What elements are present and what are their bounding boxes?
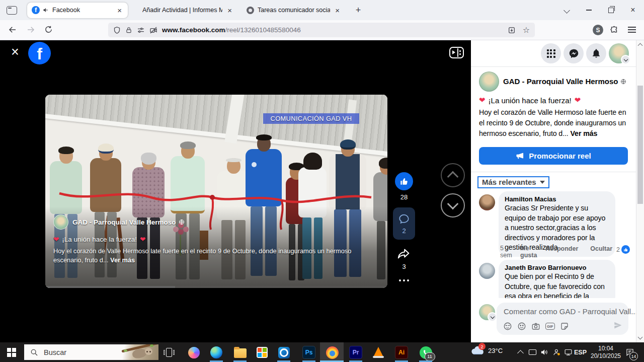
start-button[interactable] [7,348,16,357]
messenger-button[interactable] [564,43,584,63]
reel-video[interactable]: COMUNICACIÓN GAD VH GAD - Parroquial Val… [45,95,387,288]
outlook-button[interactable] [277,346,290,359]
comment-button[interactable]: 2 [393,207,415,240]
menu-hamburger-icon[interactable] [628,27,636,33]
whatsapp-button[interactable]: 11 [419,346,432,359]
sticker-icon[interactable] [560,322,569,331]
facebook-logo[interactable]: f [28,42,51,64]
firefox-button[interactable] [326,346,339,359]
file-explorer-button[interactable] [233,346,247,359]
tablet-mode-icon[interactable] [528,348,537,356]
page-avatar[interactable] [53,214,68,230]
shield-icon[interactable] [113,26,121,34]
reload-button[interactable] [44,25,53,34]
forward-button[interactable] [26,25,35,34]
page-name[interactable]: GAD - Parroquial Valle Hermoso [72,219,185,226]
lock-icon[interactable] [125,26,132,34]
scrollbar-thumb[interactable] [637,86,643,204]
illustrator-button[interactable]: Ai [395,346,408,359]
premiere-button[interactable]: Pr [349,346,362,359]
window-controls: × [555,0,644,20]
window-close-button[interactable]: × [622,0,644,20]
comment-sort-dropdown[interactable]: Más relevantes [477,176,549,188]
search-highlight-image[interactable] [122,344,158,360]
restore-button[interactable] [600,0,622,20]
minimize-button[interactable] [578,0,600,20]
list-tabs-icon[interactable] [555,0,578,20]
comment-time[interactable]: 5 sem [500,245,515,259]
tab-tareas[interactable]: Tareas comunicador social GAD × [242,3,346,18]
see-more-link[interactable]: Ver más [110,256,135,264]
microsoft-store-button[interactable] [256,346,269,359]
task-view-button[interactable] [163,346,176,359]
share-button[interactable] [396,246,412,260]
meet-now-icon[interactable] [552,348,561,356]
gif-icon[interactable]: GIF [545,323,555,330]
language-indicator[interactable]: ESP [574,349,587,356]
tab-informes[interactable]: Añadir Actividad | Informes Mensua × [134,3,238,18]
toggle-sidebar-icon[interactable] [449,47,464,58]
save-page-icon[interactable] [508,26,516,34]
comment-author[interactable]: Hamilton Macias [505,195,609,203]
firefox-view-icon[interactable] [7,6,17,15]
tab-close-icon[interactable]: × [334,7,341,14]
post-headline: ❤ ¡La unión hace la fuerza! ❤ [479,96,581,105]
comment-like-chip[interactable]: 2 [616,245,630,254]
tray-expand-icon[interactable] [517,350,524,356]
page-scrollbar[interactable] [636,40,644,342]
permissions-icon[interactable] [137,26,145,34]
comment-hide-action[interactable]: Ocultar [590,245,612,252]
whatsapp-badge: 11 [425,352,435,361]
camera-icon[interactable] [531,322,540,331]
photoshop-button[interactable]: Ps [302,346,315,359]
previous-reel-button[interactable] [441,163,465,187]
copilot-button[interactable] [187,346,200,359]
camera-blocked-icon[interactable] [149,26,157,34]
extensions-puzzle-icon[interactable] [610,26,618,34]
screen: f Facebook × Añadir Actividad | Informes… [0,0,644,362]
tab-close-icon[interactable]: × [116,7,123,14]
whatsapp-icon: 11 [420,346,432,359]
url-bar[interactable]: www.facebook.com/reel/1326010485580046 ☆ [108,23,535,37]
apps-menu-button[interactable] [541,43,561,63]
more-options-icon[interactable] [393,279,415,281]
account-avatar[interactable] [609,43,629,63]
taskbar-search[interactable]: Buscar [24,344,158,360]
promote-reel-button[interactable]: Promocionar reel [479,147,628,165]
comment-author[interactable]: Janeth Bravo Barrionuevo [505,263,609,272]
network-icon[interactable] [564,348,573,356]
notifications-button[interactable] [586,43,606,63]
scroll-down-arrow[interactable] [638,335,643,340]
scroll-up-arrow[interactable] [638,43,643,48]
weather-widget[interactable]: 2 23°C [471,345,503,355]
tab-audio-icon[interactable] [43,7,49,13]
emoji-icon[interactable] [517,322,526,331]
tab-facebook[interactable]: f Facebook × [27,3,128,18]
commenter-avatar[interactable] [479,194,495,210]
tab-close-icon[interactable]: × [226,7,233,14]
premiere-icon: Pr [349,346,362,359]
new-tab-button[interactable]: + [352,5,365,16]
composer-avatar[interactable] [479,304,495,320]
url-text[interactable]: www.facebook.com/reel/1326010485580046 [162,26,508,34]
page-avatar[interactable] [479,71,499,92]
extension-s-icon[interactable]: S [593,25,603,35]
back-button[interactable] [8,25,17,34]
comment-input[interactable]: Comentar como GAD - Parroquial Vall... G… [497,303,628,335]
next-reel-button[interactable] [441,193,465,218]
vlc-button[interactable] [372,346,385,359]
viewer-close-icon[interactable]: × [11,45,19,59]
bookmark-star-icon[interactable]: ☆ [523,25,530,35]
edge-button[interactable] [210,346,223,359]
comment-reply-action[interactable]: Responder [545,245,578,252]
comment-like-action[interactable]: Me gusta [520,245,541,259]
weather-cloud-icon: 2 [471,345,485,355]
avatar-sticker-icon[interactable] [503,322,512,331]
send-comment-button[interactable] [613,321,622,330]
commenter-avatar[interactable] [479,263,495,279]
volume-icon[interactable] [540,348,548,356]
see-more-link[interactable]: Ver más [571,129,598,137]
clock-widget[interactable]: 10:04 20/10/2025 [590,345,622,359]
like-button[interactable] [395,172,413,190]
page-name[interactable]: GAD - Parroquial Valle Hermoso [503,77,626,86]
